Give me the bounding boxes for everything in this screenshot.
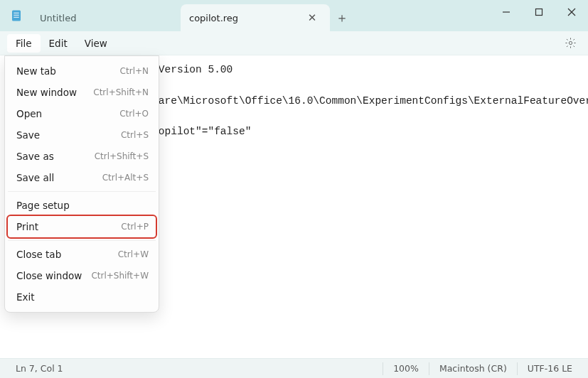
settings-button[interactable] bbox=[560, 33, 581, 54]
minimize-button[interactable] bbox=[490, 0, 523, 24]
statusbar: Ln 7, Col 1 100% Macintosh (CR) UTF-16 L… bbox=[0, 358, 588, 378]
tab-untitled[interactable]: Untitled bbox=[31, 4, 181, 31]
new-tab-button[interactable]: ＋ bbox=[330, 4, 354, 31]
menu-separator bbox=[8, 191, 156, 192]
menu-item-new-tab[interactable]: New tab Ctrl+N bbox=[5, 60, 159, 82]
tab-strip: Untitled copilot.reg ✕ ＋ bbox=[31, 0, 490, 31]
notepad-app-icon bbox=[9, 8, 24, 23]
tab-copilot-reg[interactable]: copilot.reg ✕ bbox=[181, 4, 330, 31]
titlebar: Untitled copilot.reg ✕ ＋ bbox=[0, 0, 588, 31]
menu-item-page-setup[interactable]: Page setup bbox=[5, 195, 159, 216]
maximize-button[interactable] bbox=[523, 0, 555, 24]
menu-item-open[interactable]: Open Ctrl+O bbox=[5, 103, 159, 124]
close-window-button[interactable] bbox=[555, 0, 588, 24]
menu-item-exit[interactable]: Exit bbox=[5, 286, 159, 308]
tab-label: Untitled bbox=[40, 13, 172, 23]
status-cursor-position: Ln 7, Col 1 bbox=[10, 363, 69, 374]
menu-file[interactable]: File bbox=[7, 34, 41, 53]
menu-edit[interactable]: Edit bbox=[41, 34, 76, 53]
status-encoding[interactable]: UTF-16 LE bbox=[522, 363, 578, 374]
menu-view[interactable]: View bbox=[76, 34, 116, 53]
menu-item-close-tab[interactable]: Close tab Ctrl+W bbox=[5, 244, 159, 265]
status-zoom[interactable]: 100% bbox=[387, 363, 424, 374]
window-controls bbox=[490, 0, 588, 24]
menu-item-save[interactable]: Save Ctrl+S bbox=[5, 124, 159, 146]
svg-point-8 bbox=[569, 41, 572, 44]
menubar: File Edit View bbox=[0, 31, 588, 55]
menu-item-save-as[interactable]: Save as Ctrl+Shift+S bbox=[5, 146, 159, 167]
menu-item-print[interactable]: Print Ctrl+P bbox=[8, 216, 156, 237]
gear-icon bbox=[565, 37, 577, 49]
svg-rect-5 bbox=[536, 9, 542, 16]
tab-label: copilot.reg bbox=[189, 13, 303, 23]
close-tab-icon[interactable]: ✕ bbox=[303, 11, 321, 24]
svg-rect-0 bbox=[12, 11, 21, 21]
menu-item-new-window[interactable]: New window Ctrl+Shift+N bbox=[5, 82, 159, 103]
status-line-ending[interactable]: Macintosh (CR) bbox=[434, 363, 513, 374]
content-area: Windows Registry Editor Version 5.00 [HK… bbox=[0, 55, 588, 358]
menu-item-close-window[interactable]: Close window Ctrl+Shift+W bbox=[5, 265, 159, 286]
file-menu-dropdown: New tab Ctrl+N New window Ctrl+Shift+N O… bbox=[4, 55, 159, 313]
menu-separator bbox=[8, 240, 156, 241]
menu-item-save-all[interactable]: Save all Ctrl+Alt+S bbox=[5, 167, 159, 188]
